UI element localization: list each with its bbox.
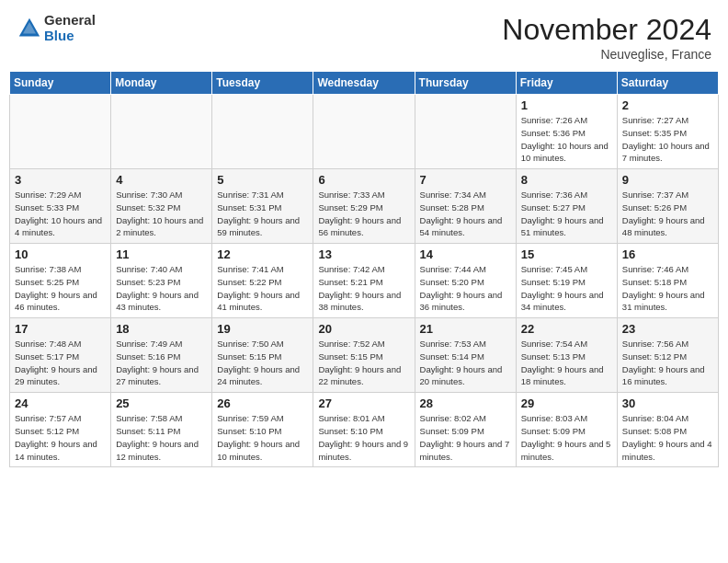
day-info: Sunrise: 7:44 AM Sunset: 5:20 PM Dayligh… <box>420 263 511 314</box>
day-info: Sunrise: 7:41 AM Sunset: 5:22 PM Dayligh… <box>217 263 308 314</box>
day-number: 14 <box>420 247 511 261</box>
day-number: 12 <box>217 247 308 261</box>
calendar-cell: 15Sunrise: 7:45 AM Sunset: 5:19 PM Dayli… <box>516 244 617 318</box>
day-info: Sunrise: 7:29 AM Sunset: 5:33 PM Dayligh… <box>15 189 106 239</box>
calendar-header-row: SundayMondayTuesdayWednesdayThursdayFrid… <box>10 72 719 95</box>
calendar-week-row: 10Sunrise: 7:38 AM Sunset: 5:25 PM Dayli… <box>10 244 719 318</box>
day-info: Sunrise: 7:49 AM Sunset: 5:16 PM Dayligh… <box>116 338 207 388</box>
day-number: 21 <box>420 322 511 336</box>
calendar-week-row: 1Sunrise: 7:26 AM Sunset: 5:36 PM Daylig… <box>10 95 719 169</box>
day-number: 11 <box>116 247 207 261</box>
day-number: 13 <box>318 247 409 261</box>
day-info: Sunrise: 7:40 AM Sunset: 5:23 PM Dayligh… <box>116 263 207 314</box>
day-info: Sunrise: 7:58 AM Sunset: 5:11 PM Dayligh… <box>116 412 207 463</box>
day-number: 15 <box>521 247 612 261</box>
calendar-cell <box>212 95 313 169</box>
logo-general-text: General <box>44 13 96 29</box>
day-info: Sunrise: 7:54 AM Sunset: 5:13 PM Dayligh… <box>521 338 612 388</box>
day-info: Sunrise: 7:36 AM Sunset: 5:27 PM Dayligh… <box>521 189 612 239</box>
day-number: 22 <box>521 322 612 336</box>
calendar-cell: 4Sunrise: 7:30 AM Sunset: 5:32 PM Daylig… <box>111 169 212 244</box>
day-number: 16 <box>622 247 713 261</box>
day-number: 5 <box>217 173 308 187</box>
calendar-header-tuesday: Tuesday <box>212 72 313 95</box>
day-info: Sunrise: 7:56 AM Sunset: 5:12 PM Dayligh… <box>622 338 713 388</box>
day-info: Sunrise: 7:42 AM Sunset: 5:21 PM Dayligh… <box>318 263 409 314</box>
calendar-cell: 17Sunrise: 7:48 AM Sunset: 5:17 PM Dayli… <box>10 318 111 393</box>
calendar-cell: 18Sunrise: 7:49 AM Sunset: 5:16 PM Dayli… <box>111 318 212 393</box>
day-info: Sunrise: 7:34 AM Sunset: 5:28 PM Dayligh… <box>420 189 511 239</box>
day-info: Sunrise: 7:59 AM Sunset: 5:10 PM Dayligh… <box>217 412 308 463</box>
day-number: 17 <box>15 322 106 336</box>
logo-text: General Blue <box>44 13 96 43</box>
day-number: 29 <box>521 396 612 410</box>
day-number: 9 <box>622 173 713 187</box>
day-info: Sunrise: 7:48 AM Sunset: 5:17 PM Dayligh… <box>15 338 106 388</box>
day-number: 19 <box>217 322 308 336</box>
day-number: 18 <box>116 322 207 336</box>
day-info: Sunrise: 7:57 AM Sunset: 5:12 PM Dayligh… <box>15 412 106 463</box>
calendar-cell: 7Sunrise: 7:34 AM Sunset: 5:28 PM Daylig… <box>415 169 516 244</box>
logo: General Blue <box>17 13 96 43</box>
day-number: 6 <box>318 173 409 187</box>
day-info: Sunrise: 7:33 AM Sunset: 5:29 PM Dayligh… <box>318 189 409 239</box>
calendar-cell: 20Sunrise: 7:52 AM Sunset: 5:15 PM Dayli… <box>313 318 415 393</box>
calendar-cell: 27Sunrise: 8:01 AM Sunset: 5:10 PM Dayli… <box>313 393 415 467</box>
day-info: Sunrise: 7:52 AM Sunset: 5:15 PM Dayligh… <box>318 338 409 388</box>
calendar-cell <box>10 95 111 169</box>
calendar-cell: 26Sunrise: 7:59 AM Sunset: 5:10 PM Dayli… <box>212 393 313 467</box>
calendar-week-row: 3Sunrise: 7:29 AM Sunset: 5:33 PM Daylig… <box>10 169 719 244</box>
calendar-header-sunday: Sunday <box>10 72 111 95</box>
calendar-table: SundayMondayTuesdayWednesdayThursdayFrid… <box>9 71 719 467</box>
calendar-cell: 19Sunrise: 7:50 AM Sunset: 5:15 PM Dayli… <box>212 318 313 393</box>
title-block: November 2024 Neuveglise, France <box>502 13 711 62</box>
calendar-cell: 2Sunrise: 7:27 AM Sunset: 5:35 PM Daylig… <box>617 95 718 169</box>
day-info: Sunrise: 8:03 AM Sunset: 5:09 PM Dayligh… <box>521 412 612 463</box>
day-info: Sunrise: 7:38 AM Sunset: 5:25 PM Dayligh… <box>15 263 106 314</box>
day-info: Sunrise: 8:01 AM Sunset: 5:10 PM Dayligh… <box>318 412 409 463</box>
page-header: General Blue November 2024 Neuveglise, F… <box>9 9 719 65</box>
calendar-cell: 23Sunrise: 7:56 AM Sunset: 5:12 PM Dayli… <box>617 318 718 393</box>
calendar-header-saturday: Saturday <box>617 72 718 95</box>
calendar-cell <box>111 95 212 169</box>
calendar-cell: 12Sunrise: 7:41 AM Sunset: 5:22 PM Dayli… <box>212 244 313 318</box>
calendar-cell: 24Sunrise: 7:57 AM Sunset: 5:12 PM Dayli… <box>10 393 111 467</box>
day-info: Sunrise: 7:27 AM Sunset: 5:35 PM Dayligh… <box>622 114 713 165</box>
calendar-cell <box>415 95 516 169</box>
calendar-cell <box>313 95 415 169</box>
day-number: 26 <box>217 396 308 410</box>
calendar-header-wednesday: Wednesday <box>313 72 415 95</box>
day-number: 2 <box>622 98 713 112</box>
day-number: 7 <box>420 173 511 187</box>
day-info: Sunrise: 7:53 AM Sunset: 5:14 PM Dayligh… <box>420 338 511 388</box>
day-number: 30 <box>622 396 713 410</box>
day-number: 1 <box>521 98 612 112</box>
calendar-cell: 3Sunrise: 7:29 AM Sunset: 5:33 PM Daylig… <box>10 169 111 244</box>
day-info: Sunrise: 8:02 AM Sunset: 5:09 PM Dayligh… <box>420 412 511 463</box>
day-number: 23 <box>622 322 713 336</box>
logo-blue-text: Blue <box>44 29 96 44</box>
day-info: Sunrise: 7:45 AM Sunset: 5:19 PM Dayligh… <box>521 263 612 314</box>
day-number: 27 <box>318 396 409 410</box>
calendar-cell: 1Sunrise: 7:26 AM Sunset: 5:36 PM Daylig… <box>516 95 617 169</box>
day-info: Sunrise: 7:26 AM Sunset: 5:36 PM Dayligh… <box>521 114 612 165</box>
calendar-cell: 30Sunrise: 8:04 AM Sunset: 5:08 PM Dayli… <box>617 393 718 467</box>
location-subtitle: Neuveglise, France <box>502 47 711 62</box>
day-number: 20 <box>318 322 409 336</box>
calendar-cell: 29Sunrise: 8:03 AM Sunset: 5:09 PM Dayli… <box>516 393 617 467</box>
calendar-cell: 16Sunrise: 7:46 AM Sunset: 5:18 PM Dayli… <box>617 244 718 318</box>
day-info: Sunrise: 8:04 AM Sunset: 5:08 PM Dayligh… <box>622 412 713 463</box>
day-info: Sunrise: 7:50 AM Sunset: 5:15 PM Dayligh… <box>217 338 308 388</box>
calendar-cell: 9Sunrise: 7:37 AM Sunset: 5:26 PM Daylig… <box>617 169 718 244</box>
day-info: Sunrise: 7:31 AM Sunset: 5:31 PM Dayligh… <box>217 189 308 239</box>
calendar-week-row: 24Sunrise: 7:57 AM Sunset: 5:12 PM Dayli… <box>10 393 719 467</box>
calendar-header-thursday: Thursday <box>415 72 516 95</box>
calendar-cell: 13Sunrise: 7:42 AM Sunset: 5:21 PM Dayli… <box>313 244 415 318</box>
calendar-header-monday: Monday <box>111 72 212 95</box>
calendar-cell: 28Sunrise: 8:02 AM Sunset: 5:09 PM Dayli… <box>415 393 516 467</box>
calendar-header-friday: Friday <box>516 72 617 95</box>
day-number: 10 <box>15 247 106 261</box>
calendar-cell: 25Sunrise: 7:58 AM Sunset: 5:11 PM Dayli… <box>111 393 212 467</box>
day-number: 25 <box>116 396 207 410</box>
day-number: 24 <box>15 396 106 410</box>
